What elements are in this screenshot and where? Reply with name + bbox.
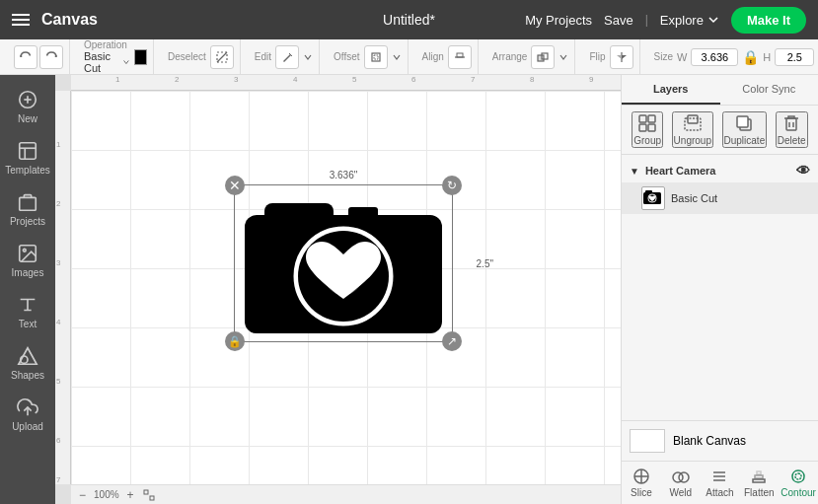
menu-icon[interactable] xyxy=(12,14,30,26)
deselect-group: Deselect xyxy=(162,39,241,74)
nav-divider: | xyxy=(645,13,648,27)
svg-rect-36 xyxy=(737,116,748,127)
ruler-left: 1 2 3 4 5 6 7 xyxy=(55,91,71,484)
shapes-icon xyxy=(17,345,38,367)
color-box[interactable] xyxy=(134,49,147,65)
my-projects-button[interactable]: My Projects xyxy=(525,13,592,28)
weld-button[interactable]: Weld xyxy=(661,462,701,504)
selection-box[interactable]: ✕ ↻ 🔒 ↗ 2.5" xyxy=(234,184,453,342)
delete-button[interactable]: Delete xyxy=(776,111,808,148)
layer-group-header[interactable]: ▼ Heart Camera 👁 xyxy=(622,159,818,182)
zoom-level: 100% xyxy=(94,489,119,500)
make-it-button[interactable]: Make It xyxy=(731,7,806,34)
tab-color-sync[interactable]: Color Sync xyxy=(720,75,819,105)
align-button[interactable] xyxy=(448,45,472,69)
operation-select[interactable]: Basic Cut xyxy=(84,50,130,74)
zoom-out-button[interactable]: − xyxy=(79,488,86,502)
sidebar-item-text[interactable]: Text xyxy=(0,288,55,335)
toolbar: Operation Basic Cut Deselect Edit Offset… xyxy=(0,39,818,75)
redo-icon xyxy=(44,50,58,64)
main-layout: New Templates Projects Images Text Shape… xyxy=(0,75,818,504)
layer-thumbnail xyxy=(641,186,665,210)
svg-rect-12 xyxy=(20,143,37,160)
sidebar-item-projects[interactable]: Projects xyxy=(0,185,55,233)
flip-button[interactable] xyxy=(610,45,633,69)
text-icon xyxy=(17,294,38,316)
group-icon xyxy=(637,113,657,133)
sidebar-item-images[interactable]: Images xyxy=(0,237,55,284)
flatten-button[interactable]: Flatten xyxy=(739,462,779,504)
undo-redo-group xyxy=(8,39,70,74)
ruler-top: 1 2 3 4 5 6 7 8 9 10 xyxy=(71,75,621,91)
panel-toolbar: Group Ungroup Duplicate Delete xyxy=(622,106,818,155)
contour-icon xyxy=(789,468,807,485)
undo-button[interactable] xyxy=(14,45,37,69)
svg-rect-23 xyxy=(348,207,378,221)
zoom-in-button[interactable]: + xyxy=(127,488,134,502)
svg-rect-7 xyxy=(538,55,544,61)
handle-lock[interactable]: 🔒 xyxy=(225,331,245,351)
flip-group: Flip xyxy=(583,39,639,74)
offset-group: Offset xyxy=(328,39,409,74)
arrange-button[interactable] xyxy=(531,45,555,69)
handle-resize[interactable]: ↗ xyxy=(442,331,462,351)
chevron-down-icon xyxy=(707,14,719,26)
handle-delete[interactable]: ✕ xyxy=(225,176,245,195)
lock-icon: 🔒 xyxy=(742,49,759,65)
arrange-group: Arrange xyxy=(486,39,576,74)
nav-right: My Projects Save | Explore Make It xyxy=(525,7,806,34)
contour-button[interactable]: Contour xyxy=(779,462,818,504)
h-label: H xyxy=(763,51,771,63)
visibility-toggle[interactable]: 👁 xyxy=(796,163,810,179)
svg-rect-51 xyxy=(757,471,761,474)
attach-button[interactable]: Attach xyxy=(701,462,740,504)
layer-item-name: Basic Cut xyxy=(671,192,717,204)
explore-button[interactable]: Explore xyxy=(660,13,719,28)
canvas-grid[interactable]: 3.636" xyxy=(71,91,621,484)
images-icon xyxy=(17,243,38,264)
deselect-button[interactable] xyxy=(210,45,234,69)
offset-button[interactable] xyxy=(364,45,388,69)
tab-layers[interactable]: Layers xyxy=(622,75,720,105)
sidebar-item-upload[interactable]: Upload xyxy=(0,391,55,438)
blank-canvas-thumbnail xyxy=(630,429,665,453)
svg-rect-37 xyxy=(786,118,796,130)
align-label: Align xyxy=(422,51,444,62)
edit-button[interactable] xyxy=(275,45,299,69)
duplicate-button[interactable]: Duplicate xyxy=(722,111,768,148)
svg-rect-31 xyxy=(639,124,646,131)
sidebar-item-shapes[interactable]: Shapes xyxy=(0,339,55,387)
fit-icon[interactable] xyxy=(142,488,156,502)
sidebar-item-new[interactable]: New xyxy=(0,83,55,130)
action-bar: Slice Weld Attach Flatten Contour xyxy=(622,461,818,504)
edit-dropdown-icon xyxy=(303,52,313,62)
save-button[interactable]: Save xyxy=(604,13,633,28)
edit-group: Edit xyxy=(249,39,320,74)
width-input[interactable]: 3.636 xyxy=(691,48,738,66)
handle-rotate[interactable]: ↻ xyxy=(442,176,462,195)
ungroup-button[interactable]: Ungroup xyxy=(672,111,713,148)
design-element[interactable]: 3.636" xyxy=(234,170,453,342)
projects-icon xyxy=(17,191,38,213)
svg-rect-3 xyxy=(372,53,380,61)
height-input[interactable]: 2.5 xyxy=(775,48,814,66)
right-panel: Layers Color Sync Group Ungroup Duplicat… xyxy=(621,75,818,504)
upload-icon xyxy=(17,396,38,418)
layer-group-heart-camera: ▼ Heart Camera 👁 Basic Cut xyxy=(622,159,818,214)
offset-label: Offset xyxy=(334,51,360,62)
dimension-top-label: 3.636" xyxy=(330,170,358,180)
redo-button[interactable] xyxy=(39,45,63,69)
deselect-label: Deselect xyxy=(168,51,206,62)
slice-button[interactable]: Slice xyxy=(622,462,661,504)
group-button[interactable]: Group xyxy=(632,111,663,148)
operation-group: Operation Basic Cut xyxy=(78,39,154,74)
operation-dropdown-icon xyxy=(122,57,130,67)
expand-arrow: ▼ xyxy=(630,166,639,177)
layer-item-basic-cut[interactable]: Basic Cut xyxy=(622,182,818,214)
edit-icon xyxy=(280,50,294,64)
sidebar-item-templates[interactable]: Templates xyxy=(0,134,55,181)
layer-thumb-icon xyxy=(643,190,663,206)
offset-icon xyxy=(369,50,383,64)
svg-rect-34 xyxy=(688,115,698,123)
top-nav: Canvas Untitled* My Projects Save | Expl… xyxy=(0,0,818,39)
